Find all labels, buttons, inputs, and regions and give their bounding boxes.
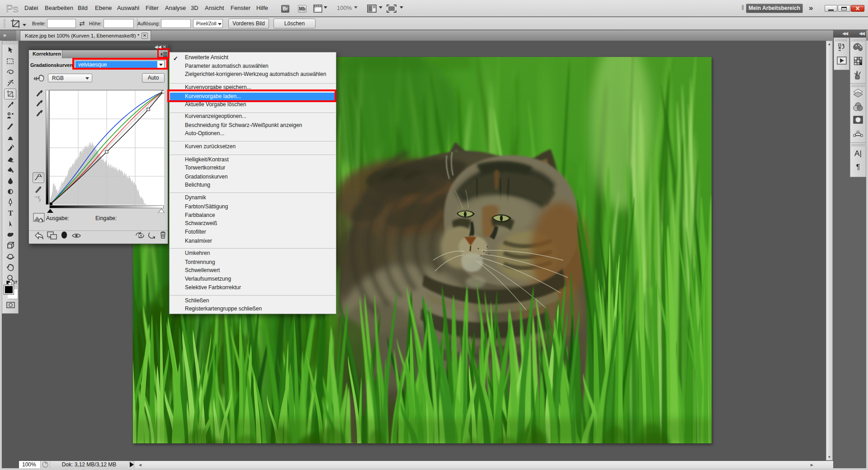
svg-text:T: T: [8, 209, 13, 217]
svg-text:!: !: [42, 218, 43, 222]
